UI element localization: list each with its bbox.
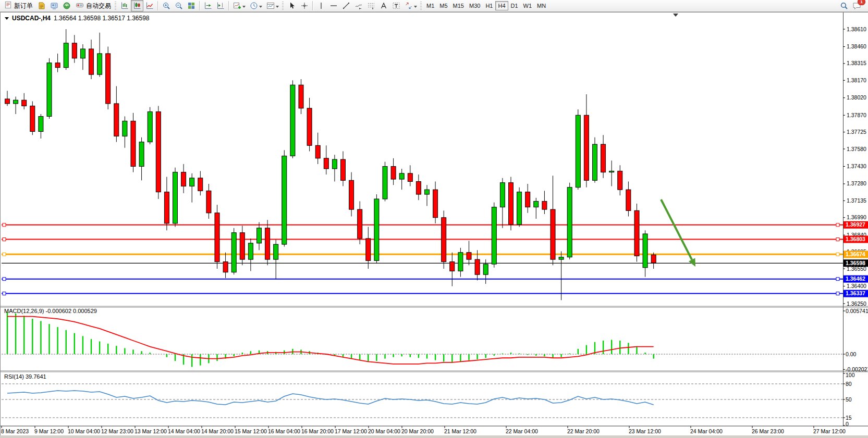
autotrading-button[interactable]: 自动交易 bbox=[73, 1, 114, 11]
candlestick-chart-button[interactable] bbox=[131, 0, 143, 11]
add-indicator-button[interactable] bbox=[231, 0, 248, 11]
line-chart-button[interactable] bbox=[143, 0, 156, 11]
candle-down bbox=[450, 262, 455, 271]
candle-down bbox=[307, 108, 312, 145]
bar-chart-button[interactable] bbox=[118, 0, 131, 11]
timeframe-m15[interactable]: M15 bbox=[450, 1, 467, 10]
time-tick-label: 22 Mar 20:00 bbox=[567, 428, 600, 434]
toolbar-grip[interactable] bbox=[420, 2, 422, 10]
time-tick-label: 10 Mar 04:00 bbox=[68, 428, 100, 434]
horizontal-line-button[interactable] bbox=[327, 0, 340, 11]
line-handle[interactable] bbox=[3, 223, 6, 227]
toolbar-grip[interactable] bbox=[115, 2, 116, 10]
chevron-down-icon bbox=[276, 6, 279, 9]
auto-scroll-icon bbox=[204, 2, 212, 10]
cursor-button[interactable] bbox=[286, 0, 298, 11]
timeframe-m30[interactable]: M30 bbox=[467, 1, 483, 10]
trend-arrow-annotation[interactable] bbox=[661, 199, 695, 267]
new-order-button[interactable]: 新订单 bbox=[2, 1, 35, 11]
template-button[interactable] bbox=[264, 0, 281, 11]
period-clock-button[interactable] bbox=[248, 0, 264, 11]
fibonacci-button[interactable] bbox=[365, 0, 377, 11]
timeframe-h4[interactable]: H4 bbox=[495, 1, 508, 10]
candlestick-chart-icon bbox=[133, 2, 141, 10]
zoom-out-button[interactable] bbox=[173, 0, 185, 11]
candle-down bbox=[315, 145, 320, 158]
candle-up bbox=[290, 85, 295, 156]
template-icon bbox=[266, 2, 275, 10]
line-handle[interactable] bbox=[836, 253, 839, 256]
data-window-icon bbox=[50, 2, 58, 10]
rsi-tick-label: 100 bbox=[846, 372, 855, 378]
time-axis[interactable]: 8 Mar 20239 Mar 12:0010 Mar 04:0012 Mar … bbox=[1, 426, 846, 434]
mt4-terminal: 新订单 自动交易 bbox=[0, 0, 868, 438]
line-handle[interactable] bbox=[836, 292, 839, 295]
candle-up bbox=[534, 201, 539, 207]
rsi-axis: 1008050150 bbox=[843, 372, 855, 427]
timeframe-m5[interactable]: M5 bbox=[437, 1, 450, 10]
signals-button[interactable] bbox=[60, 0, 73, 11]
equidistant-channel-button[interactable] bbox=[352, 0, 365, 11]
price-tick-label: 1.37580 bbox=[847, 146, 866, 152]
rsi-tick-label: 50 bbox=[846, 396, 852, 403]
time-tick-label: 16 Mar 04:00 bbox=[268, 428, 300, 434]
one-click-trading-collapse-icon[interactable] bbox=[5, 17, 9, 22]
line-handle[interactable] bbox=[3, 253, 6, 256]
candle-up bbox=[257, 228, 262, 243]
text-button[interactable] bbox=[377, 0, 390, 11]
timeframe-m1[interactable]: M1 bbox=[424, 1, 437, 10]
rsi-tick-label: 0 bbox=[846, 421, 849, 427]
time-tick-label: 12 Mar 23:00 bbox=[101, 428, 133, 434]
text-a-icon bbox=[380, 2, 388, 10]
price-tick-label: 1.37725 bbox=[847, 129, 866, 135]
candle-up bbox=[14, 100, 18, 104]
timeframe-d1[interactable]: D1 bbox=[508, 1, 521, 10]
chat-button[interactable]: 1 bbox=[850, 0, 863, 11]
candle-down bbox=[55, 63, 60, 68]
line-handle[interactable] bbox=[3, 278, 6, 281]
line-handle[interactable] bbox=[836, 278, 839, 281]
candle-up bbox=[148, 112, 152, 142]
arrows-button[interactable] bbox=[402, 0, 419, 11]
text-label-button[interactable] bbox=[390, 0, 402, 11]
autotrading-icon bbox=[76, 1, 84, 11]
crosshair-button[interactable] bbox=[298, 0, 311, 11]
candle-down bbox=[30, 106, 35, 131]
price-line-value: 1.36674 bbox=[846, 251, 865, 257]
data-window-button[interactable] bbox=[48, 0, 60, 11]
chart-shift-marker[interactable] bbox=[673, 14, 678, 17]
tile-windows-button[interactable] bbox=[185, 0, 198, 11]
vertical-line-button[interactable] bbox=[315, 0, 327, 11]
time-tick-label: 13 Mar 12:00 bbox=[135, 428, 167, 434]
line-handle[interactable] bbox=[3, 292, 6, 295]
candle-up bbox=[139, 142, 144, 167]
line-handle[interactable] bbox=[3, 238, 6, 241]
timeframe-w1[interactable]: W1 bbox=[521, 1, 535, 10]
time-tick-label: 27 Mar 12:00 bbox=[813, 428, 846, 434]
price-tick-label: 1.37280 bbox=[847, 180, 866, 186]
line-handle[interactable] bbox=[836, 238, 839, 241]
line-handle[interactable] bbox=[836, 223, 839, 227]
timeframe-mn[interactable]: MN bbox=[534, 1, 548, 10]
trendline-button[interactable] bbox=[340, 0, 352, 11]
timeframe-h1[interactable]: H1 bbox=[483, 1, 495, 10]
time-tick-label: 24 Mar 04:00 bbox=[690, 428, 723, 434]
market-watch-button[interactable] bbox=[35, 0, 48, 11]
time-tick-label: 20 Mar 04:00 bbox=[368, 428, 400, 434]
trendline-icon bbox=[342, 2, 350, 10]
candle-down bbox=[509, 183, 514, 224]
auto-scroll-button[interactable] bbox=[202, 0, 214, 11]
time-tick-label: 26 Mar 23:00 bbox=[752, 428, 784, 434]
candle-down bbox=[299, 85, 303, 108]
toolbar-grip[interactable] bbox=[282, 2, 284, 10]
search-button[interactable] bbox=[838, 0, 850, 11]
vertical-line-icon bbox=[317, 2, 325, 10]
candle-down bbox=[156, 112, 161, 192]
time-tick-label: 8 Mar 2023 bbox=[1, 428, 29, 434]
zoom-in-button[interactable] bbox=[160, 0, 173, 11]
toolbar-separator bbox=[228, 1, 229, 10]
candle-up bbox=[274, 244, 278, 259]
time-tick-label: 21 Mar 12:00 bbox=[444, 428, 476, 434]
chart-shift-button[interactable] bbox=[214, 0, 227, 11]
price-chart-canvas[interactable]: 1.386101.384601.383151.381701.380201.378… bbox=[0, 12, 868, 438]
